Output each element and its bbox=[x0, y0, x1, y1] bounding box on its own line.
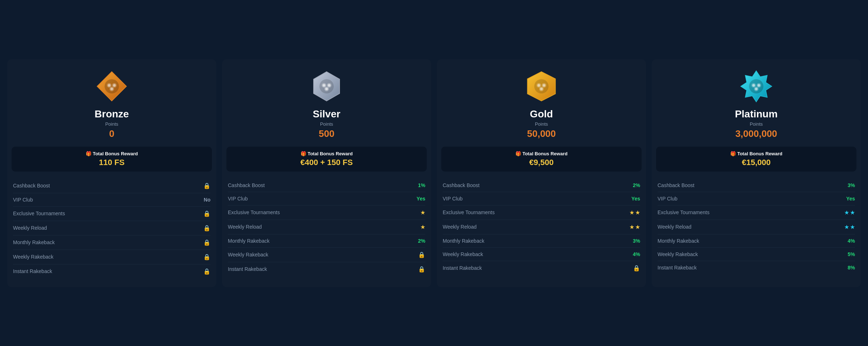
feature-value: 5% bbox=[848, 251, 855, 257]
feature-row: Weekly Rakeback 5% bbox=[658, 248, 855, 261]
tier-name: Gold bbox=[530, 108, 553, 120]
feature-label: Instant Rakeback bbox=[13, 268, 52, 274]
feature-label: Monthly Rakeback bbox=[443, 238, 484, 244]
lock-icon: 🔒 bbox=[203, 268, 210, 275]
tier-icon-area bbox=[437, 59, 646, 108]
lock-icon: 🔒 bbox=[203, 225, 210, 232]
svg-point-22 bbox=[543, 84, 545, 86]
lock-icon: 🔒 bbox=[203, 239, 210, 246]
tier-icon-area bbox=[7, 59, 216, 108]
feature-row: VIP Club Yes bbox=[658, 192, 855, 206]
bonus-reward-header: 🎁 Total Bonus Reward bbox=[447, 151, 636, 156]
bonus-reward-box: 🎁 Total Bonus Reward €15,000 bbox=[656, 147, 856, 172]
features-list: Cashback Boost 3% VIP Club Yes Exclusive… bbox=[652, 179, 861, 274]
feature-value: Yes bbox=[631, 196, 640, 202]
feature-row: VIP Club No bbox=[13, 193, 210, 207]
tier-points-value: 500 bbox=[319, 128, 334, 139]
feature-label: Weekly Reload bbox=[658, 224, 692, 230]
tier-points-label: Points bbox=[320, 121, 333, 127]
tier-points-label: Points bbox=[750, 121, 763, 127]
svg-point-29 bbox=[752, 84, 755, 86]
bonus-reward-box: 🎁 Total Bonus Reward €9,500 bbox=[441, 147, 642, 172]
feature-row: Weekly Rakeback 4% bbox=[443, 248, 640, 261]
bonus-reward-value: 110 FS bbox=[17, 158, 206, 167]
svg-point-1 bbox=[105, 79, 119, 94]
feature-label: Weekly Reload bbox=[228, 224, 262, 230]
lock-icon: 🔒 bbox=[418, 266, 425, 273]
lock-icon: 🔒 bbox=[203, 210, 210, 217]
svg-point-21 bbox=[537, 84, 540, 86]
feature-value: Yes bbox=[417, 196, 425, 202]
tier-points-value: 0 bbox=[109, 128, 114, 139]
tier-points-label: Points bbox=[535, 121, 548, 127]
stars: ★ bbox=[420, 224, 425, 230]
feature-label: Monthly Rakeback bbox=[228, 238, 269, 244]
svg-point-14 bbox=[328, 84, 331, 86]
svg-point-7 bbox=[110, 87, 113, 90]
feature-label: VIP Club bbox=[228, 196, 248, 202]
feature-label: Instant Rakeback bbox=[443, 265, 482, 271]
lock-icon: 🔒 bbox=[633, 265, 640, 272]
feature-label: VIP Club bbox=[13, 197, 33, 203]
tier-card-bronze: Bronze Points 0 🎁 Total Bonus Reward 110… bbox=[7, 59, 216, 287]
feature-label: Weekly Rakeback bbox=[658, 251, 698, 257]
svg-point-9 bbox=[319, 79, 334, 94]
feature-value: 3% bbox=[633, 238, 640, 244]
feature-row: Cashback Boost 1% bbox=[228, 179, 425, 192]
svg-point-23 bbox=[540, 87, 542, 90]
feature-value: No bbox=[204, 197, 210, 203]
feature-row: VIP Club Yes bbox=[228, 192, 425, 206]
features-list: Cashback Boost 🔒 VIP Club No Exclusive T… bbox=[7, 179, 216, 278]
bonus-reward-box: 🎁 Total Bonus Reward 110 FS bbox=[12, 147, 212, 172]
feature-row: Weekly Reload ★★ bbox=[443, 220, 640, 234]
feature-label: Instant Rakeback bbox=[228, 266, 267, 272]
bonus-reward-box: 🎁 Total Bonus Reward €400 + 150 FS bbox=[226, 147, 427, 172]
svg-point-31 bbox=[755, 87, 757, 90]
feature-label: Weekly Reload bbox=[13, 225, 47, 231]
tier-name: Silver bbox=[313, 108, 340, 120]
feature-label: Weekly Rakeback bbox=[13, 254, 54, 260]
features-list: Cashback Boost 2% VIP Club Yes Exclusive… bbox=[437, 179, 646, 275]
bonus-reward-header: 🎁 Total Bonus Reward bbox=[662, 151, 851, 156]
feature-label: Instant Rakeback bbox=[658, 265, 697, 271]
lock-icon: 🔒 bbox=[418, 251, 425, 258]
feature-label: Exclusive Tournaments bbox=[228, 209, 280, 215]
tier-icon-area bbox=[222, 59, 431, 108]
feature-row: Exclusive Tournaments ★★ bbox=[443, 206, 640, 220]
tier-icon-area bbox=[652, 59, 861, 108]
bonus-reward-value: €9,500 bbox=[447, 158, 636, 167]
svg-point-5 bbox=[108, 84, 110, 86]
feature-row: Weekly Reload 🔒 bbox=[13, 221, 210, 235]
feature-row: Instant Rakeback 🔒 bbox=[228, 262, 425, 276]
feature-value: 2% bbox=[633, 182, 640, 188]
tier-card-silver: Silver Points 500 🎁 Total Bonus Reward €… bbox=[222, 59, 431, 287]
feature-row: Monthly Rakeback 4% bbox=[658, 234, 855, 248]
tiers-container: Bronze Points 0 🎁 Total Bonus Reward 110… bbox=[7, 59, 861, 287]
bonus-reward-header: 🎁 Total Bonus Reward bbox=[232, 151, 421, 156]
lock-icon: 🔒 bbox=[203, 254, 210, 260]
feature-value: 2% bbox=[418, 238, 425, 244]
feature-row: Cashback Boost 🔒 bbox=[13, 179, 210, 193]
feature-label: Monthly Rakeback bbox=[658, 238, 699, 244]
feature-value: 3% bbox=[848, 182, 855, 188]
features-list: Cashback Boost 1% VIP Club Yes Exclusive… bbox=[222, 179, 431, 276]
bonus-reward-header: 🎁 Total Bonus Reward bbox=[17, 151, 206, 156]
feature-label: Weekly Rakeback bbox=[443, 251, 483, 257]
feature-row: Instant Rakeback 🔒 bbox=[443, 261, 640, 275]
bonus-reward-value: €400 + 150 FS bbox=[232, 158, 421, 167]
feature-label: Monthly Rakeback bbox=[13, 239, 55, 245]
feature-row: Exclusive Tournaments ★★ bbox=[658, 206, 855, 220]
feature-label: Cashback Boost bbox=[443, 182, 480, 188]
svg-point-15 bbox=[325, 87, 328, 90]
feature-label: Exclusive Tournaments bbox=[443, 209, 495, 215]
feature-label: Exclusive Tournaments bbox=[13, 211, 65, 216]
stars: ★★ bbox=[844, 224, 855, 230]
tier-points-label: Points bbox=[105, 121, 118, 127]
stars: ★★ bbox=[629, 209, 640, 216]
stars: ★★ bbox=[844, 209, 855, 216]
tier-name: Bronze bbox=[95, 108, 129, 120]
feature-row: Weekly Rakeback 🔒 bbox=[228, 248, 425, 262]
feature-value: 4% bbox=[848, 238, 855, 244]
feature-row: VIP Club Yes bbox=[443, 192, 640, 206]
feature-label: Cashback Boost bbox=[228, 182, 265, 188]
